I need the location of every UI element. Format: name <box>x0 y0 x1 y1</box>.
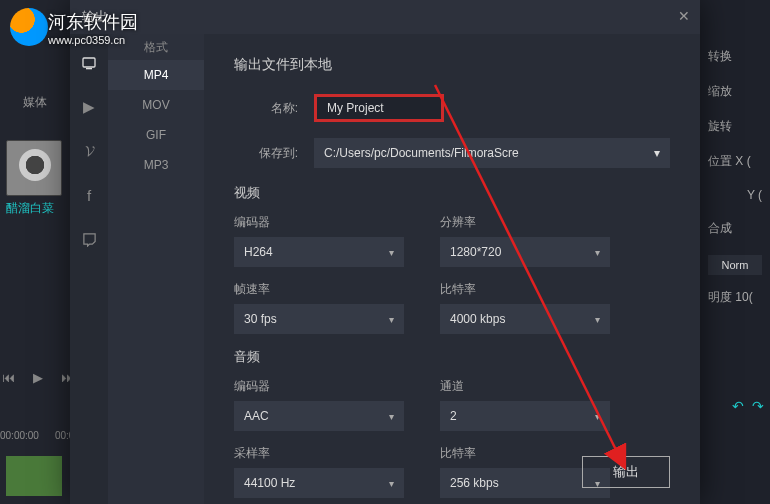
chevron-down-icon: ▾ <box>595 247 600 258</box>
rotate-label: 旋转 <box>708 118 762 135</box>
svg-rect-1 <box>86 68 92 69</box>
video-bitrate-select[interactable]: 4000 kbps▾ <box>440 304 610 334</box>
chevron-down-icon: ▾ <box>389 478 394 489</box>
playback-controls: ⏮ ▶ ⏭ <box>2 370 74 385</box>
thumbnail-caption: 醋溜白菜 <box>6 200 54 217</box>
video-bitrate-label: 比特率 <box>440 281 610 298</box>
dialog-title: 输出 <box>82 8 108 26</box>
fps-label: 帧速率 <box>234 281 404 298</box>
encoder-label: 编码器 <box>234 214 404 231</box>
export-button[interactable]: 输出 <box>582 456 670 488</box>
channel-label: 通道 <box>440 378 610 395</box>
timecode: 00:00:00 <box>0 430 39 441</box>
samplerate-select[interactable]: 44100 Hz▾ <box>234 468 404 498</box>
audio-encoder-select[interactable]: AAC▾ <box>234 401 404 431</box>
name-input[interactable] <box>314 94 444 122</box>
facebook-tab-icon[interactable]: f <box>80 186 98 204</box>
fps-select[interactable]: 30 fps▾ <box>234 304 404 334</box>
audio-heading: 音频 <box>234 348 670 366</box>
blend-select[interactable]: Norm <box>708 255 762 275</box>
format-header: 格式 <box>108 34 204 60</box>
chevron-down-icon: ▾ <box>389 411 394 422</box>
svg-rect-0 <box>83 58 95 67</box>
media-thumbnail[interactable] <box>6 140 62 196</box>
section-title: 输出文件到本地 <box>234 56 670 74</box>
timeline-clip[interactable] <box>6 456 62 496</box>
audio-encoder-label: 编码器 <box>234 378 404 395</box>
app-logo <box>10 8 48 46</box>
youtube-tab-icon[interactable]: ▶ <box>80 98 98 116</box>
scale-label: 缩放 <box>708 83 762 100</box>
format-mp3[interactable]: MP3 <box>108 150 204 180</box>
save-path-value: C:/Users/pc/Documents/FilmoraScre <box>324 146 519 160</box>
local-tab-icon[interactable] <box>80 54 98 72</box>
media-label: 媒体 <box>0 94 70 111</box>
channel-select[interactable]: 2▾ <box>440 401 610 431</box>
close-icon[interactable]: ✕ <box>678 8 690 24</box>
samplerate-label: 采样率 <box>234 445 404 462</box>
name-label: 名称: <box>234 100 314 117</box>
resolution-label: 分辨率 <box>440 214 610 231</box>
save-path-select[interactable]: C:/Users/pc/Documents/FilmoraScre ▾ <box>314 138 670 168</box>
format-gif[interactable]: GIF <box>108 120 204 150</box>
redo-icon[interactable]: ↷ <box>752 398 764 414</box>
resolution-select[interactable]: 1280*720▾ <box>440 237 610 267</box>
video-heading: 视频 <box>234 184 670 202</box>
vimeo-tab-icon[interactable]: 𝓥 <box>80 142 98 160</box>
opacity-label: 明度 10( <box>708 289 762 306</box>
format-mp4[interactable]: MP4 <box>108 60 204 90</box>
transform-label: 转换 <box>708 48 762 65</box>
export-dialog: 输出 ✕ ▶ 𝓥 f 格式 MP4 MOV GIF MP3 输出文件到本地 名称… <box>70 0 700 504</box>
chevron-down-icon: ▾ <box>389 247 394 258</box>
position-label: 位置 X ( <box>708 153 762 170</box>
compose-label: 合成 <box>708 220 762 237</box>
chevron-down-icon: ▾ <box>654 146 660 160</box>
format-mov[interactable]: MOV <box>108 90 204 120</box>
chevron-down-icon: ▾ <box>595 411 600 422</box>
video-encoder-select[interactable]: H264▾ <box>234 237 404 267</box>
undo-icon[interactable]: ↶ <box>732 398 744 414</box>
chevron-down-icon: ▾ <box>389 314 394 325</box>
save-label: 保存到: <box>234 145 314 162</box>
play-icon[interactable]: ▶ <box>33 370 43 385</box>
position-y: Y ( <box>708 188 762 202</box>
prev-icon[interactable]: ⏮ <box>2 370 15 385</box>
chevron-down-icon: ▾ <box>595 314 600 325</box>
twitch-tab-icon[interactable] <box>80 230 98 248</box>
